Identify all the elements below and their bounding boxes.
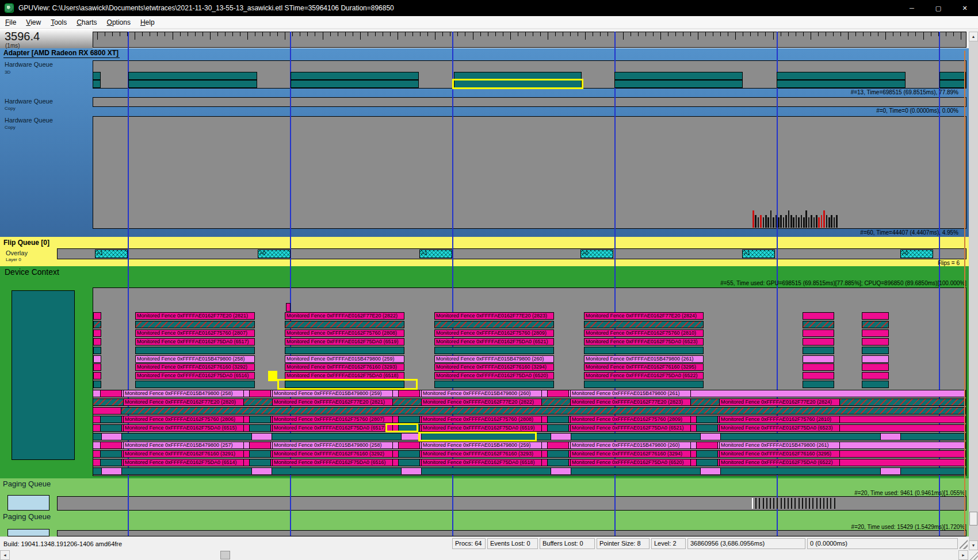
paging-packet-bar[interactable] <box>830 498 831 509</box>
copy-packet-bar[interactable] <box>816 215 817 228</box>
device-context-process-block[interactable] <box>12 290 75 460</box>
fence-gap[interactable] <box>100 390 122 397</box>
gpu-packet-3d[interactable] <box>939 80 966 88</box>
fence-event[interactable]: Monitored Fence 0xFFFFAE0162F75760 (2809… <box>570 416 691 423</box>
paging-packet-bar[interactable] <box>770 498 771 509</box>
copy-packet-bar[interactable] <box>775 215 777 228</box>
gpu-packet-3d[interactable] <box>777 72 906 80</box>
fence-stub[interactable] <box>862 321 889 328</box>
fence-gap[interactable] <box>251 433 272 440</box>
paging-queue-1-process[interactable] <box>7 495 49 511</box>
menu-item-tools[interactable]: Tools <box>46 17 71 28</box>
paging-packet-bar[interactable] <box>812 498 813 509</box>
fence-event[interactable]: Monitored Fence 0xFFFFAE0162F77E20 (2820… <box>123 398 244 406</box>
fence-gap[interactable] <box>251 467 272 475</box>
fence-event[interactable] <box>584 381 704 388</box>
fence-event[interactable]: Monitored Fence 0xFFFFAE0162F76160 (3294… <box>434 363 554 371</box>
fence-event[interactable]: Monitored Fence 0xFFFFAE0162F75760 (2809… <box>434 329 554 337</box>
paging-packet-bar[interactable] <box>784 498 785 509</box>
gpu-packet-3d[interactable] <box>93 80 101 88</box>
menu-item-file[interactable]: File <box>1 17 21 28</box>
fence-event[interactable]: Monitored Fence 0xFFFFAE0162F77E20 (2824… <box>719 398 840 406</box>
minimize-button[interactable]: ─ <box>899 0 925 16</box>
flip-buffer-a1[interactable]: A1 <box>95 250 128 258</box>
fence-event[interactable]: Monitored Fence 0xFFFFAE0162F76160 (3292… <box>135 363 255 371</box>
fence-stub[interactable] <box>803 347 834 354</box>
fence-gap[interactable] <box>398 416 420 423</box>
paging-packet-bar[interactable] <box>777 498 778 509</box>
copy-packet-bar[interactable] <box>778 217 780 228</box>
vertical-scrollbar[interactable]: ▲ ▼ <box>969 32 978 550</box>
fence-event[interactable]: Monitored Fence 0xFFFFAE015B479800 (257) <box>123 442 244 449</box>
gpu-packet-3d[interactable] <box>614 72 743 80</box>
copy-packet-bar[interactable] <box>763 217 765 228</box>
fence-event[interactable]: Monitored Fence 0xFFFFAE0162F76160 (3295… <box>584 363 704 371</box>
fence-gap[interactable] <box>700 433 721 440</box>
scroll-left-button[interactable]: ◄ <box>0 550 10 560</box>
copy-packet-bar[interactable] <box>823 210 825 228</box>
fence-gap[interactable] <box>100 450 122 458</box>
fence-stub[interactable] <box>93 381 101 388</box>
fence-gap[interactable] <box>398 442 420 449</box>
copy-packet-bar[interactable] <box>828 217 830 228</box>
gpu-packet-3d[interactable] <box>939 72 966 80</box>
fence-stub[interactable] <box>862 363 889 371</box>
fence-gap[interactable] <box>551 433 571 440</box>
fence-event[interactable]: Monitored Fence 0xFFFFAE015B479800 (258) <box>123 390 244 397</box>
fence-event[interactable]: Monitored Fence 0xFFFFAE0162F75DA0 (6522… <box>719 459 840 466</box>
fence-event[interactable]: Monitored Fence 0xFFFFAE0162F77E20 (2821… <box>272 398 393 406</box>
fence-event[interactable]: Monitored Fence 0xFFFFAE015B479800 (261) <box>570 390 691 397</box>
fence-gap[interactable] <box>249 390 271 397</box>
fence-event[interactable] <box>434 321 554 328</box>
fence-event[interactable]: Monitored Fence 0xFFFFAE015B479800 (259) <box>272 390 393 397</box>
scroll-right-button[interactable]: ► <box>958 550 968 560</box>
fence-gap[interactable] <box>249 459 271 466</box>
flip-buffer-a0[interactable]: A0 <box>580 250 613 258</box>
copy-packet-bar[interactable] <box>793 217 794 228</box>
copy-packet-bar[interactable] <box>752 210 754 228</box>
copy-packet-bar[interactable] <box>767 217 769 228</box>
copy-packet-bar[interactable] <box>755 215 757 228</box>
fence-stub[interactable] <box>803 363 834 371</box>
fence-event[interactable]: Monitored Fence 0xFFFFAE0162F76160 (3293… <box>421 450 542 458</box>
time-ruler[interactable] <box>93 32 966 48</box>
fence-gap[interactable] <box>547 459 569 466</box>
fence-gap[interactable] <box>398 459 420 466</box>
copy-packet-bar[interactable] <box>805 210 807 228</box>
fence-event[interactable] <box>434 381 554 388</box>
fence-stub[interactable] <box>803 338 834 346</box>
paging-packet-bar[interactable] <box>752 498 753 509</box>
fence-gap[interactable] <box>249 424 271 432</box>
fence-stub[interactable] <box>803 329 834 337</box>
fence-gap[interactable] <box>101 467 122 475</box>
fence-stub[interactable] <box>862 329 889 337</box>
fence-event[interactable]: Monitored Fence 0xFFFFAE015B479800 (261) <box>719 442 840 449</box>
paging-packet-bar[interactable] <box>791 498 792 509</box>
fence-gap[interactable] <box>880 433 901 440</box>
paging-packet-bar[interactable] <box>834 498 835 509</box>
fence-event[interactable]: Monitored Fence 0xFFFFAE0162F75760 (2808… <box>421 416 542 423</box>
copy-packet-bar[interactable] <box>826 215 828 228</box>
fence-event[interactable]: Monitored Fence 0xFFFFAE0162F75DA0 (6520… <box>570 459 691 466</box>
menu-item-help[interactable]: Help <box>136 17 159 28</box>
menu-item-charts[interactable]: Charts <box>72 17 101 28</box>
copy-packet-bar[interactable] <box>801 215 803 228</box>
flip-buffer-a0[interactable]: A0 <box>258 250 291 258</box>
gpu-packet-3d[interactable] <box>291 80 419 88</box>
paging-packet-bar[interactable] <box>766 498 767 509</box>
fence-event[interactable]: Monitored Fence 0xFFFFAE0162F75DA0 (6516… <box>135 372 255 379</box>
gpu-packet-3d[interactable] <box>614 80 743 88</box>
fence-stub[interactable] <box>803 355 834 363</box>
copy-packet-bar[interactable] <box>798 217 800 228</box>
fence-event[interactable]: Monitored Fence 0xFFFFAE0162F76160 (3295… <box>719 450 840 458</box>
fence-event[interactable]: Monitored Fence 0xFFFFAE0162F77E20 (2824… <box>584 312 704 320</box>
fence-gap[interactable] <box>100 424 122 432</box>
gpu-packet-3d[interactable] <box>128 72 257 80</box>
scroll-up-button[interactable]: ▲ <box>969 32 978 41</box>
fence-gap[interactable] <box>249 442 271 449</box>
fence-event[interactable]: Monitored Fence 0xFFFFAE015B479800 (258) <box>272 442 393 449</box>
close-button[interactable]: ✕ <box>952 0 978 16</box>
fence-gap[interactable] <box>101 433 122 440</box>
copy-packet-bar[interactable] <box>780 215 782 228</box>
maximize-button[interactable]: ▢ <box>925 0 952 16</box>
